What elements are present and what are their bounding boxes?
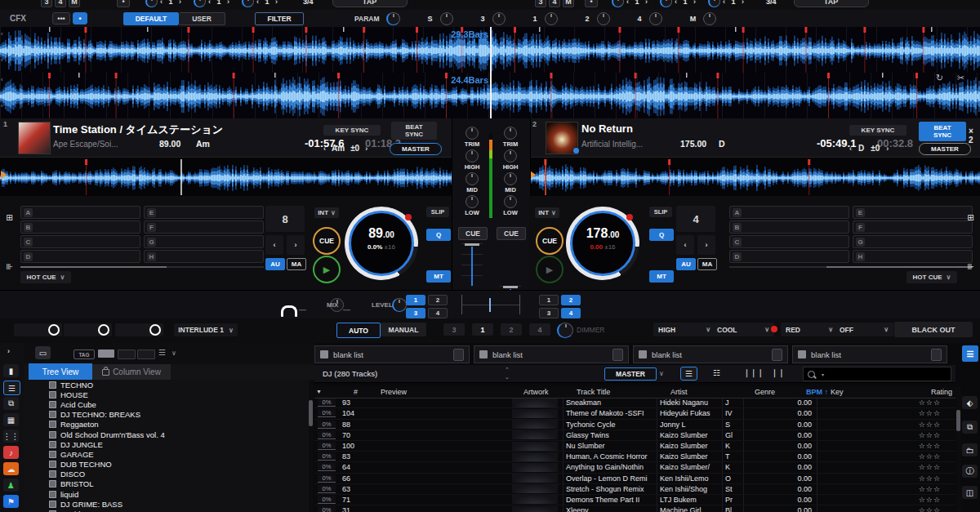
tree-item[interactable]: DJ JUNGLE: [49, 439, 309, 449]
chevron-right-icon[interactable]: ›: [365, 145, 368, 153]
blackout-button[interactable]: BLACK OUT: [894, 322, 973, 337]
lighting-auto-button[interactable]: AUTO: [336, 323, 381, 338]
deck2-overview[interactable]: [529, 157, 980, 197]
deck2-jump-fwd-button[interactable]: ›: [697, 235, 715, 255]
cfx-knob[interactable]: [545, 12, 558, 25]
playlist-view-icon[interactable]: ☰: [3, 381, 20, 395]
hot-cue-pad[interactable]: C: [20, 235, 140, 248]
deck2-play-button[interactable]: ▶: [536, 256, 564, 283]
cell-rating[interactable]: ☆☆☆: [882, 496, 941, 504]
itunes-icon[interactable]: ♪: [3, 446, 19, 459]
chevron-left-icon[interactable]: ‹: [1, 30, 3, 38]
tree-item[interactable]: DISCO: [49, 470, 309, 479]
panel-box-icon[interactable]: [931, 349, 942, 361]
deck2-master-button[interactable]: MASTER: [919, 143, 971, 155]
lighting-slot-3[interactable]: [115, 323, 163, 336]
sampler-icon[interactable]: ⧉: [3, 397, 19, 410]
deck2-ma-button[interactable]: MA: [697, 258, 717, 270]
deck2-jump-back-button[interactable]: ‹: [676, 235, 694, 255]
scissors-icon[interactable]: ✂: [957, 73, 964, 83]
deck1-artwork[interactable]: [18, 122, 51, 154]
playlist-palette-button[interactable]: ☰: [962, 345, 978, 362]
chevron-left-icon[interactable]: ‹: [256, 0, 259, 6]
tree-item[interactable]: DJ GRIME: BASS: [49, 499, 309, 509]
fx-knob[interactable]: [708, 0, 720, 7]
view-columns3-icon[interactable]: ❘❘❘: [746, 367, 761, 379]
deck1-overview[interactable]: [0, 157, 452, 197]
col-artwork[interactable]: Artwork: [523, 388, 574, 396]
interlude-select[interactable]: INTERLUDE 1 ∨: [174, 323, 238, 336]
deck1-quantize-button[interactable]: Q: [426, 229, 451, 241]
fx-beat-button[interactable]: M: [563, 0, 574, 7]
panel-box-icon[interactable]: [772, 349, 782, 361]
tree-item[interactable]: DUB TECHNO: [49, 460, 309, 470]
related-tracks-icon[interactable]: ▦: [3, 413, 19, 426]
soundcloud-icon[interactable]: ☁: [3, 462, 19, 475]
tree-item[interactable]: TECHNO: [49, 380, 309, 390]
cfx-knob[interactable]: [440, 12, 453, 25]
tap-button[interactable]: TAP: [332, 0, 408, 7]
chevron-right-icon[interactable]: ›: [886, 145, 889, 153]
deck2-mt-button[interactable]: MT: [649, 270, 674, 283]
hot-cue-pad[interactable]: H: [853, 250, 973, 263]
lighting-manual-button[interactable]: MANUAL: [381, 323, 426, 336]
lighting-slot-2[interactable]: [64, 323, 112, 336]
hot-cue-pad[interactable]: E: [853, 206, 973, 219]
cfx-knob[interactable]: [703, 12, 716, 25]
chevron-right-icon[interactable]: ›: [227, 0, 229, 6]
deck1-play-button[interactable]: ▶: [313, 256, 341, 283]
cell-rating[interactable]: ☆☆☆: [882, 452, 941, 461]
chevron-left-icon[interactable]: ‹: [626, 0, 629, 6]
chevron-left-icon[interactable]: ‹: [1, 102, 3, 109]
chevron-left-icon[interactable]: ‹: [849, 145, 852, 153]
deck2-overview-canvas[interactable]: [529, 159, 980, 195]
color-filter-3[interactable]: [137, 349, 155, 359]
cell-rating[interactable]: ☆☆☆: [882, 463, 941, 471]
cue-assign-button[interactable]: 2: [561, 295, 581, 305]
phrase-button[interactable]: 2: [501, 323, 522, 336]
deck1-jump-fwd-button[interactable]: ›: [287, 235, 305, 255]
loop-icon[interactable]: ↻: [936, 73, 943, 83]
hot-cue-pad[interactable]: H: [144, 250, 264, 263]
view-detail-icon[interactable]: ☷: [709, 367, 724, 379]
beatport-icon[interactable]: ♟: [3, 479, 19, 492]
fx-beat-button[interactable]: M: [69, 0, 80, 7]
tree-item[interactable]: Acid Cube: [49, 399, 309, 409]
table-row[interactable]: 0% 66 Overlap - Lemon D Remi Ken Ishii/L…: [314, 474, 956, 484]
headphone-level-knob[interactable]: [392, 298, 407, 312]
col-preview[interactable]: Preview: [378, 388, 523, 396]
filter-funnel-icon[interactable]: ▼: [316, 389, 322, 394]
hot-cue-pad[interactable]: A: [729, 206, 849, 219]
hot-cue-pad[interactable]: E: [144, 206, 264, 219]
col-key[interactable]: Key: [828, 388, 893, 396]
fx-knob[interactable]: [612, 0, 624, 7]
chevron-right-icon[interactable]: ›: [179, 0, 181, 6]
cell-rating[interactable]: ☆☆☆: [882, 442, 941, 450]
deck2-beat-sync-button[interactable]: BEAT SYNC: [919, 122, 966, 141]
chevron-right-icon[interactable]: ›: [742, 0, 744, 6]
hot-cue-pad[interactable]: F: [853, 220, 973, 234]
view-columns2-icon[interactable]: ❘❘: [770, 367, 786, 379]
cfx-knob[interactable]: [597, 12, 610, 25]
sort-updown-icon[interactable]: ⌃⌄: [505, 366, 510, 381]
hot-cue-pad[interactable]: F: [144, 220, 264, 234]
fx-beat-button[interactable]: 3: [41, 0, 52, 7]
hot-cue-pad[interactable]: C: [729, 235, 849, 248]
trim-knob[interactable]: [466, 127, 479, 140]
crossfader[interactable]: [461, 295, 520, 314]
tag-filter-button[interactable]: TAG: [74, 349, 95, 359]
phrase-button[interactable]: 1: [472, 323, 493, 336]
tree-item[interactable]: BRISTOL: [49, 479, 309, 489]
tab-tree-view[interactable]: Tree View: [29, 363, 92, 381]
blank-list-panel[interactable]: blank list: [474, 345, 629, 363]
cfx-dot-button[interactable]: •: [73, 12, 87, 24]
tree-item[interactable]: GARAGE: [49, 449, 309, 459]
fx-beat-button[interactable]: 4: [55, 0, 66, 7]
col-genre[interactable]: Genre: [755, 388, 787, 396]
table-row[interactable]: 0% 64 Anything to Gain/Nothin Kaizo Slum…: [314, 462, 956, 473]
display-icon[interactable]: ▭: [35, 346, 51, 359]
chevron-left-icon[interactable]: ‹: [1, 56, 3, 64]
cue-assign-button[interactable]: 1: [539, 295, 559, 305]
cell-rating[interactable]: ☆☆☆: [882, 474, 941, 483]
fx-beat-button[interactable]: 3: [535, 0, 546, 7]
